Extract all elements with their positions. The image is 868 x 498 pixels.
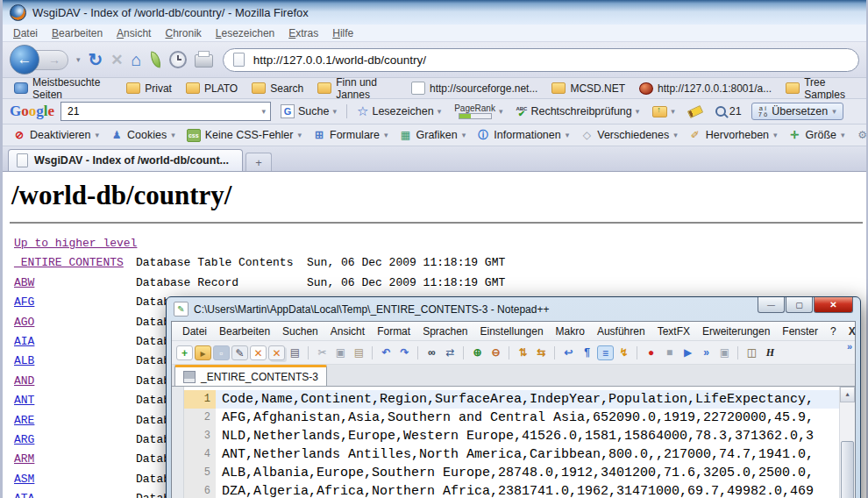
menu-item[interactable]: Lesezeichen [209,26,281,40]
redo-icon[interactable]: ↷ [396,345,413,360]
toolbar-overflow-icon[interactable]: » [847,341,852,352]
npp-menu-item[interactable]: Fenster [776,324,824,338]
menu-item[interactable]: Bearbeiten [45,26,110,40]
webdev-button[interactable]: ✛ Größe [784,128,850,142]
leaf-addon-icon[interactable] [148,51,161,68]
bookmark-item[interactable]: Privat [120,82,178,96]
undo-icon[interactable]: ↶ [378,345,395,360]
npp-menu-item[interactable]: Suchen [276,324,324,338]
webdev-button[interactable]: ⊘ Deaktivieren [8,128,104,142]
reload-icon[interactable] [89,49,103,70]
bookmark-item[interactable]: Meistbesuchte Seiten [8,75,118,102]
word-find-button[interactable]: 21 [712,103,745,119]
open-folder-icon[interactable]: ▸ [195,345,211,360]
entry-link[interactable]: _ENTIRE_CONTENTS [14,256,124,269]
spellcheck-button[interactable]: ABC ✔ Rechtschreibprüfung [512,103,643,119]
doc-switcher-icon[interactable]: ◫ [743,345,760,360]
close-all-files-icon[interactable]: ✕ [268,345,285,360]
npp-menu-item[interactable]: TextFX [651,324,696,338]
tab-wsgidav[interactable]: WsgiDAV - Index of /world-db/count... [8,149,243,171]
npp-menu-item[interactable]: Ausführen [591,324,651,338]
vertical-scrollbar[interactable] [839,387,855,498]
up-level-link[interactable]: Up to higher level [14,237,137,250]
npp-menu-item[interactable]: Sprachen [416,324,473,338]
webdev-button[interactable]: ▦ Grafiken [395,128,472,142]
npp-menu-item[interactable]: Format [371,324,416,338]
url-input[interactable] [252,53,849,68]
save-as-icon[interactable]: ✎ [231,345,248,360]
maximize-button[interactable] [786,297,813,313]
new-tab-button[interactable]: + [245,153,272,171]
npp-document-tab[interactable]: _ENTIRE_CONTENTS-3 [174,365,327,386]
npp-menu-item[interactable]: ? [824,324,843,338]
bookmark-item[interactable]: Finn und Jannes [311,75,403,102]
play-macro-icon[interactable]: ▶ [679,345,696,360]
google-search-input[interactable] [66,104,258,118]
search-dropdown-icon[interactable] [261,107,266,116]
npp-menu-item[interactable]: Datei [176,324,213,338]
paste-icon[interactable]: ▤ [351,345,367,360]
webdev-button[interactable]: ✐ Hervorheben [684,128,783,142]
home-icon[interactable] [132,50,142,70]
webdev-button[interactable]: ♟ Cookies [105,128,181,142]
entry-link[interactable]: ALB [14,354,34,367]
webdev-button[interactable]: ⊞ Formulare [308,128,394,142]
save-icon[interactable]: ▫ [213,345,230,360]
back-button[interactable] [10,45,39,75]
entry-link[interactable]: AFG [14,295,34,309]
entry-link[interactable]: AGO [14,316,34,329]
menu-item[interactable]: Datei [6,26,45,40]
history-dropdown-icon[interactable] [76,55,81,64]
bookmark-item[interactable]: http://sourceforge.net... [405,81,544,96]
google-bookmarks-button[interactable]: Lesezeichen [353,102,445,121]
bookmark-item[interactable]: Search [245,82,309,96]
pagerank-button[interactable]: PageRank [451,103,506,121]
cut-icon[interactable]: ✂ [314,345,331,360]
entry-link[interactable]: ASM [14,473,34,486]
text-editor[interactable]: 1Code,Name,Continent,Region,SurfaceArea,… [172,387,855,498]
bookmark-item[interactable]: MCSD.NET [545,82,631,96]
close-file-icon[interactable]: ✕ [250,345,267,360]
menu-item[interactable]: Chronik [158,26,208,40]
entry-link[interactable]: AND [14,374,34,388]
scrollbar-thumb[interactable] [841,441,854,498]
entry-link[interactable]: ARG [14,433,34,446]
entry-link[interactable]: ARM [14,452,34,466]
close-button[interactable] [814,297,853,313]
scroll-up-arrow-icon[interactable] [840,387,855,402]
run-macro-multiple-icon[interactable]: » [698,345,715,360]
entry-link[interactable]: ATA [14,492,34,498]
doc-close-button[interactable]: X [843,324,862,338]
menu-item[interactable]: Hilfe [325,26,360,40]
bookmark-item[interactable]: http://127.0.0.1:8001/a... [633,82,778,96]
bookmark-item[interactable]: PLATO [180,82,244,96]
forward-button[interactable] [35,50,68,70]
new-file-icon[interactable]: + [176,345,193,360]
npp-menu-item[interactable]: Ansicht [324,324,371,338]
entry-link[interactable]: ANT [14,394,34,407]
stop-icon[interactable] [110,51,123,69]
zoom-in-icon[interactable]: ⊕ [469,345,486,360]
function-completion-icon[interactable]: ↯ [615,345,632,360]
printer-icon[interactable] [195,54,213,68]
npp-menu-item[interactable]: Erweiterungen [696,324,776,338]
webdev-button[interactable]: ◇ Verschiedenes [575,128,683,142]
sync-vertical-scroll-icon[interactable]: ⇅ [515,345,531,360]
menu-item[interactable]: Ansicht [110,26,158,40]
replace-icon[interactable]: ⇄ [442,345,459,360]
entry-link[interactable]: ABW [14,276,34,289]
sync-horizontal-scroll-icon[interactable]: ⇆ [533,345,550,360]
npp-menu-item[interactable]: Einstellungen [474,324,550,338]
google-search-button[interactable]: G Suche [277,103,340,120]
webdev-button[interactable]: ⚙ Extras [851,128,868,142]
minimize-button[interactable] [758,297,785,313]
show-all-characters-icon[interactable]: ¶ [579,345,595,360]
word-wrap-icon[interactable]: ↩ [560,345,577,360]
highlighter-button[interactable] [685,106,706,117]
record-macro-icon[interactable]: ● [643,345,659,360]
entry-link[interactable]: ARE [14,414,34,427]
zoom-out-icon[interactable]: ⊖ [487,345,504,360]
translate-button[interactable]: a í 7 ö Übersetzen [751,103,843,120]
npp-menu-item[interactable]: Bearbeiten [213,324,276,338]
stop-macro-icon[interactable]: ■ [661,345,678,360]
